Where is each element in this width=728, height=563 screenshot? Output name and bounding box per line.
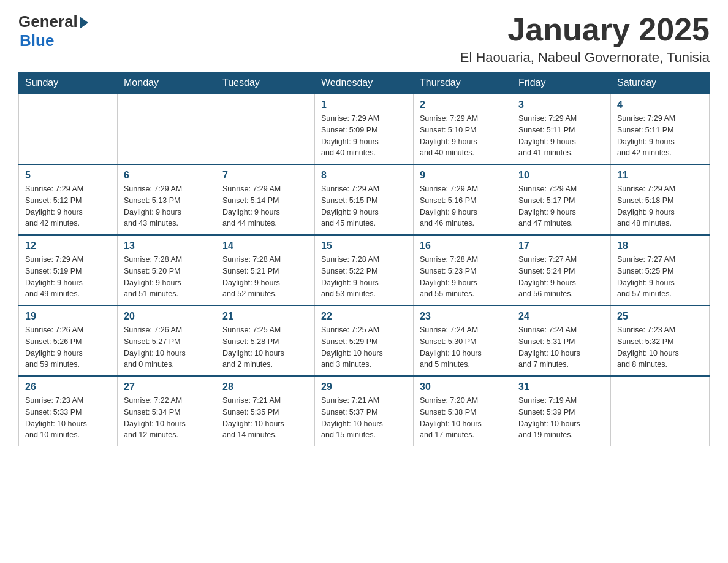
day-number: 10: [518, 170, 604, 181]
day-info: Sunrise: 7:29 AM Sunset: 5:19 PM Dayligh…: [25, 254, 111, 300]
calendar-header-row: SundayMondayTuesdayWednesdayThursdayFrid…: [19, 72, 710, 94]
day-number: 6: [124, 170, 210, 181]
title-section: January 2025 El Haouaria, Nabeul Governo…: [460, 12, 710, 66]
calendar-cell: 26Sunrise: 7:23 AM Sunset: 5:33 PM Dayli…: [19, 376, 118, 446]
day-info: Sunrise: 7:27 AM Sunset: 5:25 PM Dayligh…: [617, 254, 703, 300]
page-header: General Blue January 2025 El Haouaria, N…: [18, 12, 710, 66]
calendar-cell: 1Sunrise: 7:29 AM Sunset: 5:09 PM Daylig…: [315, 94, 414, 164]
logo-arrow-icon: [80, 17, 88, 29]
calendar-cell: [611, 376, 710, 446]
calendar-cell: 24Sunrise: 7:24 AM Sunset: 5:31 PM Dayli…: [512, 305, 611, 376]
week-row-5: 26Sunrise: 7:23 AM Sunset: 5:33 PM Dayli…: [19, 376, 710, 446]
day-info: Sunrise: 7:29 AM Sunset: 5:18 PM Dayligh…: [617, 183, 703, 229]
calendar-cell: 15Sunrise: 7:28 AM Sunset: 5:22 PM Dayli…: [315, 235, 414, 305]
calendar-cell: 8Sunrise: 7:29 AM Sunset: 5:15 PM Daylig…: [315, 164, 414, 235]
calendar-cell: 6Sunrise: 7:29 AM Sunset: 5:13 PM Daylig…: [118, 164, 216, 235]
day-number: 31: [518, 381, 604, 393]
day-info: Sunrise: 7:28 AM Sunset: 5:20 PM Dayligh…: [124, 254, 210, 300]
day-info: Sunrise: 7:24 AM Sunset: 5:30 PM Dayligh…: [420, 324, 506, 370]
day-info: Sunrise: 7:29 AM Sunset: 5:14 PM Dayligh…: [222, 183, 308, 229]
logo-blue-text: Blue: [20, 31, 54, 50]
calendar-cell: [19, 94, 118, 164]
weekday-header-thursday: Thursday: [414, 72, 512, 94]
day-number: 25: [617, 311, 703, 322]
day-number: 20: [124, 311, 210, 322]
month-title: January 2025: [460, 12, 710, 47]
day-number: 7: [222, 170, 308, 181]
week-row-3: 12Sunrise: 7:29 AM Sunset: 5:19 PM Dayli…: [19, 235, 710, 305]
day-info: Sunrise: 7:24 AM Sunset: 5:31 PM Dayligh…: [518, 324, 604, 370]
day-number: 17: [518, 240, 604, 251]
calendar-cell: 25Sunrise: 7:23 AM Sunset: 5:32 PM Dayli…: [611, 305, 710, 376]
day-info: Sunrise: 7:19 AM Sunset: 5:39 PM Dayligh…: [518, 395, 604, 441]
calendar-cell: 28Sunrise: 7:21 AM Sunset: 5:35 PM Dayli…: [216, 376, 315, 446]
weekday-header-saturday: Saturday: [611, 72, 710, 94]
calendar-cell: 22Sunrise: 7:25 AM Sunset: 5:29 PM Dayli…: [315, 305, 414, 376]
day-number: 3: [518, 99, 604, 110]
calendar-table: SundayMondayTuesdayWednesdayThursdayFrid…: [18, 72, 710, 446]
calendar-cell: 10Sunrise: 7:29 AM Sunset: 5:17 PM Dayli…: [512, 164, 611, 235]
calendar-cell: 4Sunrise: 7:29 AM Sunset: 5:11 PM Daylig…: [611, 94, 710, 164]
calendar-cell: 27Sunrise: 7:22 AM Sunset: 5:34 PM Dayli…: [118, 376, 216, 446]
calendar-cell: 29Sunrise: 7:21 AM Sunset: 5:37 PM Dayli…: [315, 376, 414, 446]
day-info: Sunrise: 7:25 AM Sunset: 5:28 PM Dayligh…: [222, 324, 308, 370]
calendar-cell: 20Sunrise: 7:26 AM Sunset: 5:27 PM Dayli…: [118, 305, 216, 376]
day-number: 28: [222, 381, 308, 393]
calendar-cell: 12Sunrise: 7:29 AM Sunset: 5:19 PM Dayli…: [19, 235, 118, 305]
day-info: Sunrise: 7:23 AM Sunset: 5:32 PM Dayligh…: [617, 324, 703, 370]
weekday-header-wednesday: Wednesday: [315, 72, 414, 94]
calendar-cell: 14Sunrise: 7:28 AM Sunset: 5:21 PM Dayli…: [216, 235, 315, 305]
day-info: Sunrise: 7:29 AM Sunset: 5:15 PM Dayligh…: [321, 183, 407, 229]
day-number: 21: [222, 311, 308, 322]
day-number: 29: [321, 381, 407, 393]
calendar-cell: 2Sunrise: 7:29 AM Sunset: 5:10 PM Daylig…: [414, 94, 512, 164]
day-info: Sunrise: 7:22 AM Sunset: 5:34 PM Dayligh…: [124, 395, 210, 441]
day-info: Sunrise: 7:28 AM Sunset: 5:23 PM Dayligh…: [420, 254, 506, 300]
location-title: El Haouaria, Nabeul Governorate, Tunisia: [460, 50, 710, 66]
day-info: Sunrise: 7:29 AM Sunset: 5:11 PM Dayligh…: [617, 113, 703, 159]
day-number: 22: [321, 311, 407, 322]
logo-general-text: General: [18, 12, 78, 31]
calendar-cell: 19Sunrise: 7:26 AM Sunset: 5:26 PM Dayli…: [19, 305, 118, 376]
day-info: Sunrise: 7:29 AM Sunset: 5:12 PM Dayligh…: [25, 183, 111, 229]
day-info: Sunrise: 7:29 AM Sunset: 5:16 PM Dayligh…: [420, 183, 506, 229]
day-info: Sunrise: 7:25 AM Sunset: 5:29 PM Dayligh…: [321, 324, 407, 370]
logo: General Blue: [18, 12, 88, 50]
day-number: 16: [420, 240, 506, 251]
calendar-cell: 3Sunrise: 7:29 AM Sunset: 5:11 PM Daylig…: [512, 94, 611, 164]
calendar-cell: 5Sunrise: 7:29 AM Sunset: 5:12 PM Daylig…: [19, 164, 118, 235]
day-number: 15: [321, 240, 407, 251]
day-info: Sunrise: 7:28 AM Sunset: 5:22 PM Dayligh…: [321, 254, 407, 300]
calendar-cell: 23Sunrise: 7:24 AM Sunset: 5:30 PM Dayli…: [414, 305, 512, 376]
day-number: 24: [518, 311, 604, 322]
calendar-cell: 31Sunrise: 7:19 AM Sunset: 5:39 PM Dayli…: [512, 376, 611, 446]
day-number: 2: [420, 99, 506, 110]
day-number: 9: [420, 170, 506, 181]
week-row-2: 5Sunrise: 7:29 AM Sunset: 5:12 PM Daylig…: [19, 164, 710, 235]
day-number: 27: [124, 381, 210, 393]
calendar-cell: 30Sunrise: 7:20 AM Sunset: 5:38 PM Dayli…: [414, 376, 512, 446]
day-number: 13: [124, 240, 210, 251]
day-info: Sunrise: 7:21 AM Sunset: 5:35 PM Dayligh…: [222, 395, 308, 441]
weekday-header-tuesday: Tuesday: [216, 72, 315, 94]
day-number: 1: [321, 99, 407, 110]
day-info: Sunrise: 7:28 AM Sunset: 5:21 PM Dayligh…: [222, 254, 308, 300]
day-number: 5: [25, 170, 111, 181]
weekday-header-monday: Monday: [118, 72, 216, 94]
calendar-cell: 21Sunrise: 7:25 AM Sunset: 5:28 PM Dayli…: [216, 305, 315, 376]
day-info: Sunrise: 7:23 AM Sunset: 5:33 PM Dayligh…: [25, 395, 111, 441]
day-info: Sunrise: 7:26 AM Sunset: 5:26 PM Dayligh…: [25, 324, 111, 370]
day-info: Sunrise: 7:29 AM Sunset: 5:17 PM Dayligh…: [518, 183, 604, 229]
calendar-cell: [216, 94, 315, 164]
day-info: Sunrise: 7:29 AM Sunset: 5:13 PM Dayligh…: [124, 183, 210, 229]
day-info: Sunrise: 7:29 AM Sunset: 5:09 PM Dayligh…: [321, 113, 407, 159]
day-info: Sunrise: 7:21 AM Sunset: 5:37 PM Dayligh…: [321, 395, 407, 441]
day-info: Sunrise: 7:20 AM Sunset: 5:38 PM Dayligh…: [420, 395, 506, 441]
day-info: Sunrise: 7:29 AM Sunset: 5:11 PM Dayligh…: [518, 113, 604, 159]
day-number: 26: [25, 381, 111, 393]
day-number: 8: [321, 170, 407, 181]
calendar-cell: 13Sunrise: 7:28 AM Sunset: 5:20 PM Dayli…: [118, 235, 216, 305]
weekday-header-friday: Friday: [512, 72, 611, 94]
weekday-header-sunday: Sunday: [19, 72, 118, 94]
day-number: 11: [617, 170, 703, 181]
